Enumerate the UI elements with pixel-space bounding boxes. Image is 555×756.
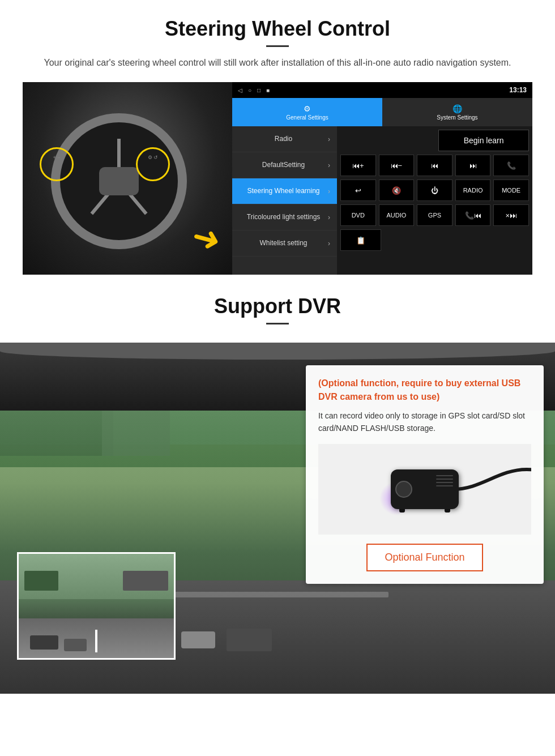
camera-assembly: [391, 469, 459, 509]
menu-whitelist-label: Whitelist setting: [239, 239, 328, 247]
dvr-title-area: Support DVR: [0, 275, 555, 343]
car-dark: [227, 629, 272, 651]
begin-learn-area: Begin learn: [340, 130, 529, 151]
dvr-bg-photo: (Optional function, require to buy exter…: [0, 343, 555, 694]
ctrl-power[interactable]: ⏻: [417, 180, 452, 201]
page-title: Steering Wheel Control: [23, 17, 532, 41]
thumb-car-2: [64, 639, 87, 651]
dvr-section: Support DVR: [0, 275, 555, 694]
dvr-optional-text: (Optional function, require to buy exter…: [318, 377, 531, 404]
camera-body: [391, 469, 459, 509]
android-panel: ◁ ○ □ ■ 13:13 ⚙ General Settings 🌐 Syste…: [232, 82, 532, 275]
menu-arrow-steering: ›: [328, 187, 330, 195]
section-subtitle: Your original car's steering wheel contr…: [23, 56, 532, 70]
thumb-road-line: [95, 630, 97, 652]
android-menu: Radio › DefaultSetting › Steering Wheel …: [232, 126, 337, 275]
dvr-camera-illustration: [318, 444, 531, 535]
menu-arrow-tricoloured: ›: [328, 213, 330, 221]
menu-arrow-radio: ›: [328, 135, 330, 143]
camera-cable-svg: [453, 464, 531, 509]
begin-learn-button[interactable]: Begin learn: [438, 130, 529, 151]
ctrl-prev[interactable]: ⏮: [417, 155, 452, 176]
camera-vents: [436, 475, 453, 486]
camera-lens: [395, 481, 412, 498]
circle-highlight-left: + −: [40, 147, 74, 181]
statusbar-left: ◁ ○ □ ■: [238, 87, 270, 93]
menu-icon: ■: [266, 87, 270, 93]
tab-general-label: General Settings: [286, 114, 328, 121]
menu-whitelist[interactable]: Whitelist setting ›: [232, 230, 337, 257]
steering-wheel-bg: + − ⚙ ↺ ➜: [23, 82, 232, 275]
road-marking: [166, 592, 388, 597]
ctrl-vol-down[interactable]: ⏮−: [379, 155, 415, 176]
menu-arrow-whitelist: ›: [328, 240, 330, 247]
ctrl-mode[interactable]: MODE: [493, 180, 529, 201]
dvr-desc-text: It can record video only to storage in G…: [318, 409, 531, 435]
control-row-4: 📋: [340, 229, 529, 251]
steering-section: Steering Wheel Control Your original car…: [0, 0, 555, 275]
car-grey: [181, 631, 215, 648]
control-row-2: ↩ 🔇 ⏻ RADIO MODE: [340, 180, 529, 201]
dvr-info-card: (Optional function, require to buy exter…: [306, 365, 544, 584]
optional-function-button[interactable]: Optional Function: [366, 544, 483, 571]
dvr-divider: [266, 323, 289, 324]
ctrl-phone-next[interactable]: ×⏭: [493, 204, 529, 226]
android-tabs[interactable]: ⚙ General Settings 🌐 System Settings: [232, 98, 532, 126]
back-icon: ◁: [238, 87, 242, 93]
ctrl-dvd[interactable]: DVD: [340, 204, 376, 226]
ctrl-mute[interactable]: 🔇: [379, 180, 415, 201]
android-statusbar: ◁ ○ □ ■ 13:13: [232, 82, 532, 98]
steering-wheel-photo: + − ⚙ ↺ ➜: [23, 82, 232, 275]
dash-curve: [0, 343, 555, 360]
android-content: Radio › DefaultSetting › Steering Wheel …: [232, 126, 532, 275]
thumb-car-1: [30, 635, 58, 650]
steering-arrow: ➜: [188, 215, 225, 261]
ctrl-misc[interactable]: 📋: [340, 229, 381, 251]
menu-steering-wheel[interactable]: Steering Wheel learning ›: [232, 178, 337, 204]
settings-icon: ⚙: [304, 104, 311, 113]
ctrl-next[interactable]: ⏭: [455, 155, 491, 176]
control-row-1: ⏮+ ⏮− ⏮ ⏭ 📞: [340, 155, 529, 176]
dvr-background: (Optional function, require to buy exter…: [0, 343, 555, 694]
ctrl-vol-up[interactable]: ⏮+: [340, 155, 376, 176]
tab-system-label: System Settings: [437, 114, 477, 121]
ctrl-phone[interactable]: 📞: [493, 155, 529, 176]
menu-arrow-default: ›: [328, 161, 330, 169]
control-row-3: DVD AUDIO GPS 📞⏮ ×⏭: [340, 204, 529, 226]
circle-highlight-right: ⚙ ↺: [136, 147, 170, 181]
optional-btn-area: Optional Function: [318, 544, 531, 571]
ctrl-radio[interactable]: RADIO: [455, 180, 491, 201]
dvr-title: Support DVR: [0, 294, 555, 318]
menu-radio-label: Radio: [239, 135, 328, 143]
tab-system-settings[interactable]: 🌐 System Settings: [382, 98, 532, 126]
ctrl-gps[interactable]: GPS: [417, 204, 452, 226]
title-divider: [266, 45, 289, 47]
ctrl-phone-prev[interactable]: 📞⏮: [455, 204, 491, 226]
menu-default-setting[interactable]: DefaultSetting ›: [232, 152, 337, 178]
menu-default-label: DefaultSetting: [239, 161, 328, 169]
menu-tricoloured-label: Tricoloured light settings: [239, 213, 328, 221]
statusbar-time: 13:13: [509, 86, 527, 94]
ctrl-back[interactable]: ↩: [340, 180, 376, 201]
ctrl-audio[interactable]: AUDIO: [379, 204, 415, 226]
menu-radio[interactable]: Radio ›: [232, 126, 337, 152]
menu-steering-label: Steering Wheel learning: [239, 187, 328, 195]
recents-icon: □: [257, 87, 261, 93]
tab-general-settings[interactable]: ⚙ General Settings: [232, 98, 382, 126]
steering-composite: + − ⚙ ↺ ➜ ◁ ○ □ ■ 13:13: [23, 82, 532, 275]
home-icon: ○: [248, 87, 251, 93]
system-icon: 🌐: [452, 104, 462, 113]
menu-tricoloured[interactable]: Tricoloured light settings ›: [232, 204, 337, 230]
android-right-panel: Begin learn ⏮+ ⏮− ⏮ ⏭ 📞 ↩ 🔇 ⏻: [337, 126, 532, 275]
dvr-thumbnail: [17, 552, 176, 660]
